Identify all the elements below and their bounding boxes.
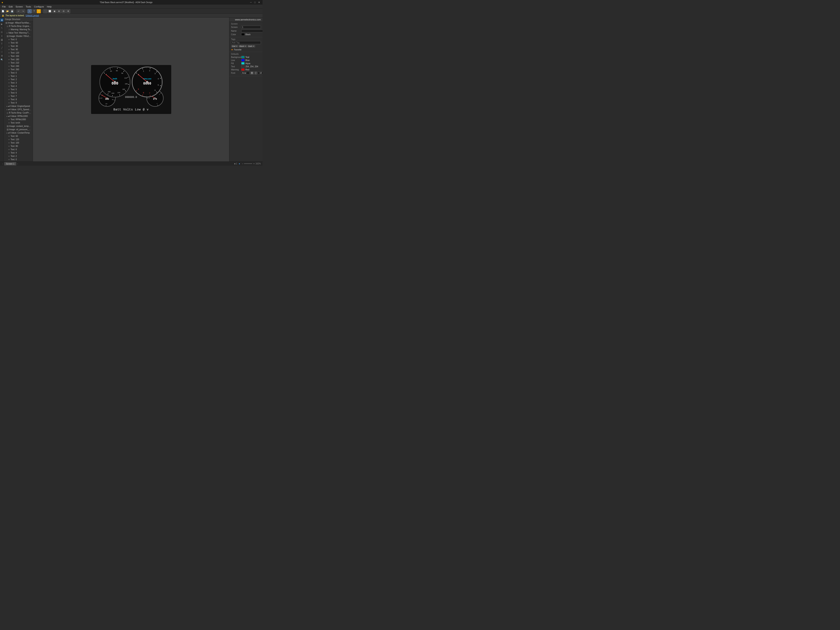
tree-item[interactable]: ✏Text: 30: [4, 44, 33, 48]
tree-item[interactable]: ✏Text: 2: [4, 78, 33, 81]
font-italic-btn[interactable]: I: [254, 71, 257, 74]
sidebar-icon-search[interactable]: 🔍: [0, 58, 3, 61]
menu-file[interactable]: File: [1, 5, 7, 8]
menu-edit[interactable]: Edit: [8, 5, 14, 8]
grid-btn[interactable]: ⊟: [62, 9, 66, 13]
tree-item[interactable]: ✏Text: 120: [4, 138, 33, 141]
tree-item[interactable]: ✏Text: 80: [4, 145, 33, 148]
new-button[interactable]: 📄: [1, 9, 5, 13]
menu-help[interactable]: Help: [46, 5, 53, 8]
tree-item[interactable]: ✏Text: 0: [4, 158, 33, 161]
tree-item[interactable]: ✏Text: 120: [4, 51, 33, 55]
tree-item[interactable]: ✏Text: RPMx1000: [4, 118, 33, 121]
tree-item[interactable]: ✏Text: 260: [4, 68, 33, 71]
tree-item[interactable]: ✏Text: 60: [4, 134, 33, 138]
tree-item[interactable]: ✏Text: 0: [4, 38, 33, 41]
screen-1-tab[interactable]: Screen 1: [4, 162, 16, 166]
align-left-btn[interactable]: ⬛: [43, 9, 47, 13]
favorite-star[interactable]: ★: [231, 48, 233, 51]
tree-item[interactable]: 🖼Image: 4BlackTachBac...: [4, 21, 33, 25]
sidebar-icon-line[interactable]: ╱: [0, 46, 3, 49]
remove-dark-tag[interactable]: ✕: [253, 45, 254, 47]
tree-item[interactable]: ◎R Tacho Bmp: Engine...: [4, 25, 33, 28]
tree-item[interactable]: ✏Text: 60: [4, 41, 33, 44]
sidebar-icon-pointer[interactable]: ↖: [0, 26, 3, 30]
sidebar-icon-info[interactable]: ℹ: [0, 34, 3, 38]
tree-item[interactable]: ✏Text: km/h: [4, 121, 33, 125]
warning-swatch[interactable]: [241, 68, 245, 71]
unlock-link[interactable]: Unlock Layout: [25, 14, 39, 17]
minimize-btn[interactable]: ─: [249, 1, 253, 4]
tree-item[interactable]: ✏Text: 240: [4, 65, 33, 68]
settings-btn[interactable]: ⚙: [66, 9, 70, 13]
save-button[interactable]: 💾: [10, 9, 14, 13]
menu-tools[interactable]: Tools: [25, 5, 33, 8]
tab-arrow-right[interactable]: ›: [17, 163, 19, 165]
name-input[interactable]: [241, 29, 262, 33]
tree-item[interactable]: ✏Text: 8: [4, 98, 33, 101]
redo-button[interactable]: ↪: [21, 9, 25, 13]
tree-item[interactable]: ▸Value Text: Warning T...: [4, 31, 33, 35]
zoom-in-btn[interactable]: +: [253, 162, 254, 165]
sidebar-icon-image[interactable]: 🖼: [0, 38, 3, 41]
add-tag-input[interactable]: [231, 41, 261, 44]
font-name-input[interactable]: [241, 71, 249, 74]
tree-item[interactable]: ⚠Warning: Warning Te...: [4, 28, 33, 31]
tree-item[interactable]: ✏Text: 6: [4, 148, 33, 151]
tree-item[interactable]: ✏Text: 9: [4, 101, 33, 104]
text-button[interactable]: T: [32, 9, 36, 13]
font-bold-btn[interactable]: B: [250, 71, 254, 74]
sidebar-icon-home[interactable]: ⊞: [0, 18, 3, 22]
tree-item[interactable]: ✏Text: 100: [4, 141, 33, 145]
remove-black-tag[interactable]: ✕: [245, 45, 246, 47]
tree-item[interactable]: ✏Text: 7: [4, 95, 33, 98]
tree-item[interactable]: 🖼Image: oil_pressure_m...: [4, 128, 33, 131]
tree-item[interactable]: ▸▸4 Value: EngineSpeed: [4, 104, 33, 108]
sidebar-icon-arrow[interactable]: ▶: [0, 22, 3, 25]
menu-configure[interactable]: Configure: [33, 5, 45, 8]
open-button[interactable]: 📂: [5, 9, 9, 13]
remove-dial-tag[interactable]: ✕: [236, 45, 237, 47]
canvas-area[interactable]: 000000.0 Batt Volts Low @ v: [33, 17, 229, 161]
tree-item[interactable]: ✏Text: 4: [4, 151, 33, 155]
undo-button[interactable]: ↩: [16, 9, 21, 13]
gauge-tree[interactable]: 🖼Image: 4BlackTachBac...◎R Tacho Bmp: En…: [4, 21, 33, 161]
text-swatch[interactable]: [241, 65, 245, 68]
color-swatch[interactable]: [241, 33, 245, 36]
font-size-input[interactable]: [258, 71, 262, 74]
tree-item[interactable]: ✏Text: 5: [4, 88, 33, 91]
tree-item[interactable]: ✏Text: 150: [4, 55, 33, 58]
sidebar-icon-grid[interactable]: ⊞: [0, 54, 3, 57]
tree-item[interactable]: ✏Text: 2: [4, 155, 33, 158]
sidebar-icon-text[interactable]: T: [0, 42, 3, 46]
tree-item[interactable]: ✏Text: 210: [4, 61, 33, 65]
screen-num-input[interactable]: [241, 25, 261, 29]
background-swatch[interactable]: [241, 56, 245, 58]
tree-item[interactable]: ✏Text: 90: [4, 48, 33, 51]
maximize-btn[interactable]: □: [253, 1, 256, 4]
tree-item[interactable]: ✏Text: 4: [4, 85, 33, 88]
tab-arrow-left[interactable]: ‹: [2, 163, 4, 165]
align-right-btn[interactable]: ▣: [52, 9, 57, 13]
fill-swatch[interactable]: [241, 62, 245, 65]
align-center-btn[interactable]: ⬜: [48, 9, 52, 13]
zoom-slider[interactable]: [244, 163, 252, 164]
tree-item[interactable]: ▸▸4 Value: CoolantTemp: [4, 131, 33, 134]
tree-item[interactable]: ✏Text: 6: [4, 91, 33, 95]
pointer-button[interactable]: ↖: [27, 9, 32, 13]
sidebar-icon-gauge[interactable]: ◎: [0, 30, 3, 33]
tree-item[interactable]: ✏Text: 3: [4, 81, 33, 85]
tree-item[interactable]: ✏Text: 1: [4, 74, 33, 78]
zoom-out-btn[interactable]: −: [242, 162, 243, 165]
sidebar-icon-shape[interactable]: □: [0, 50, 3, 53]
tree-item[interactable]: ✏Text: 0: [4, 71, 33, 74]
zoom-fit-btn[interactable]: ⊞: [57, 9, 61, 13]
menu-screen[interactable]: Screen: [14, 5, 24, 8]
tree-item[interactable]: ✏Text: 180: [4, 58, 33, 61]
tree-item[interactable]: ◎R Tacho Bmp: CoolPres...: [4, 111, 33, 115]
tree-item[interactable]: ▸▸4 Value: RPMx1000: [4, 115, 33, 118]
line-swatch[interactable]: [241, 59, 245, 62]
tree-item[interactable]: 🖼Image: coolant_temp...: [4, 125, 33, 128]
tree-item[interactable]: 🖼Image: Divider 700x2...: [4, 35, 33, 38]
tree-item[interactable]: ▸▸4 Value: GPS_Speed_k...: [4, 108, 33, 111]
